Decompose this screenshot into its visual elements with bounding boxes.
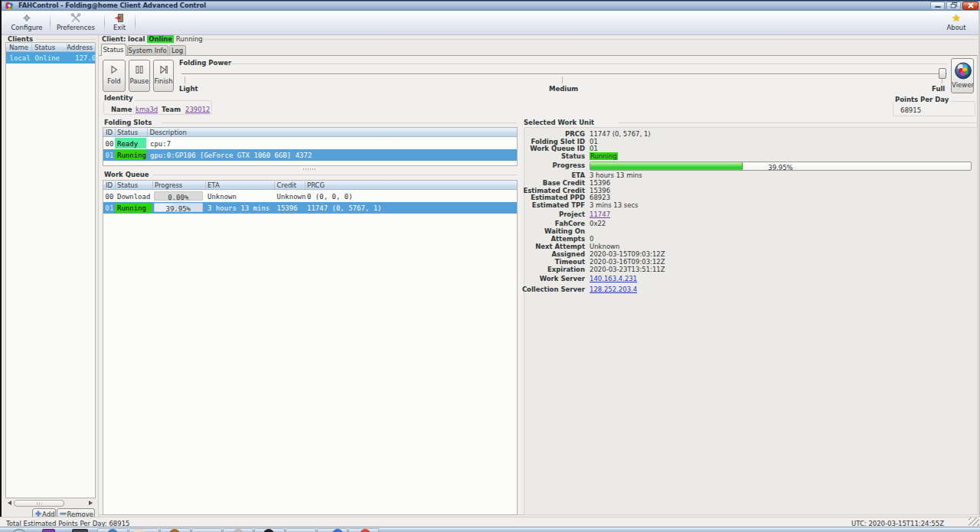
folding-power-slider-track[interactable]: [181, 73, 947, 75]
queue-row-00[interactable]: 00 Download 0.00% Unknown Unknown 0 (0, …: [103, 190, 517, 202]
minimize-button[interactable]: [930, 2, 945, 10]
preferences-icon: [71, 13, 81, 23]
identity-team-label: Team: [162, 106, 181, 113]
identity-name-link[interactable]: kma3d: [136, 106, 158, 113]
finish-label: Finish: [154, 77, 173, 85]
fold-label: Fold: [103, 77, 125, 85]
close-button[interactable]: [962, 2, 978, 10]
folding-power-slider-handle[interactable]: [939, 68, 946, 79]
clients-table-header: Name Status Address: [6, 43, 95, 52]
queue-prcg-cell: 0 (0, 0, 0): [307, 193, 353, 201]
toolbar: Configure Preferences Exit ★ About: [0, 11, 980, 35]
slot-row-00[interactable]: 00 Ready cpu:7: [103, 137, 517, 149]
pause-button[interactable]: Pause: [129, 60, 150, 92]
wq-col-prcg[interactable]: PRCG: [307, 181, 325, 189]
taskbar-icon[interactable]: [134, 529, 145, 532]
ppd-title: Points Per Day: [893, 96, 950, 103]
title-bar[interactable]: FAHControl - Folding@home Client Advance…: [0, 0, 980, 11]
viewer-icon: [955, 62, 972, 80]
mark-full[interactable]: Full: [932, 85, 945, 93]
column-separator: [152, 181, 153, 189]
swu-project-link[interactable]: 11747: [590, 211, 610, 218]
swu-status-badge: Running: [590, 152, 618, 160]
pause-label: Pause: [129, 77, 149, 85]
column-separator: [147, 129, 148, 136]
about-button[interactable]: ★ About: [937, 11, 975, 34]
finish-button[interactable]: Finish: [153, 60, 174, 92]
taskbar-icon[interactable]: [72, 529, 88, 532]
slot-row-01[interactable]: 01 Running gpu:0:GP106 [GeForce GTX 1060…: [103, 149, 517, 162]
client-row-local[interactable]: local Online 127.0.0.1: [6, 52, 95, 64]
pane-splitter-handle[interactable]: [303, 168, 316, 170]
swu-label: Work Server: [540, 275, 585, 282]
queue-row-01[interactable]: 01 Running 39.95% 3 hours 13 mins 15396 …: [103, 202, 517, 214]
clients-col-address[interactable]: Address: [67, 44, 93, 51]
mark-light[interactable]: Light: [179, 85, 198, 93]
swu-value: 01: [590, 138, 598, 145]
resize-grip[interactable]: [969, 517, 979, 526]
column-separator: [274, 181, 275, 189]
slot-status-badge: Running: [115, 150, 146, 161]
scroll-left-arrow[interactable]: [8, 501, 11, 505]
mark-medium[interactable]: Medium: [549, 85, 578, 93]
wq-col-progress[interactable]: Progress: [155, 181, 182, 189]
swu-row-expiration: Expiration 2020-03-23T13:51:11Z: [524, 266, 977, 273]
toolbar-separator: [104, 14, 105, 32]
about-label: About: [937, 24, 975, 31]
tab-status[interactable]: Status: [101, 44, 126, 56]
fs-col-description[interactable]: Description: [150, 129, 187, 136]
client-frame-line: [202, 39, 977, 40]
swu-row-waiting-on: Waiting On: [524, 227, 977, 235]
column-separator: [205, 181, 206, 189]
swu-value: 0x22: [590, 220, 606, 227]
configure-button[interactable]: Configure: [6, 11, 47, 34]
exit-button[interactable]: Exit: [107, 11, 132, 34]
scrollbar-thumb[interactable]: [14, 500, 64, 507]
taskbar-button[interactable]: [286, 528, 316, 532]
swu-row-work-server: Work Server 140.163.4.231: [524, 275, 977, 282]
taskbar-icon[interactable]: [11, 529, 28, 532]
tab-system-info[interactable]: System Info: [127, 45, 168, 56]
tab-log[interactable]: Log: [169, 45, 186, 56]
swu-collection-server-link[interactable]: 128.252.203.4: [590, 286, 637, 293]
fs-col-id[interactable]: ID: [106, 129, 113, 136]
folding-power-frame-line: [229, 64, 948, 64]
taskbar-button[interactable]: [191, 528, 222, 532]
clients-col-name[interactable]: Name: [9, 44, 28, 51]
swu-row-collection-server: Collection Server 128.252.203.4: [524, 286, 977, 293]
fold-button[interactable]: Fold: [103, 60, 126, 92]
swu-label: Progress: [553, 162, 585, 169]
swu-row-estimated-ppd: Estimated PPD 68923: [524, 194, 977, 201]
swu-label: ETA: [571, 171, 585, 179]
work-queue-title: Work Queue: [104, 171, 149, 178]
viewer-button[interactable]: Viewer: [951, 58, 974, 93]
taskbar-icon[interactable]: [42, 529, 55, 532]
desktop-taskbar[interactable]: [0, 527, 980, 532]
queue-credit-cell: 15396: [277, 204, 298, 212]
queue-eta-cell: 3 hours 13 mins: [207, 204, 270, 212]
slider-tick-light: [185, 77, 185, 83]
swu-label: FahCore: [555, 220, 585, 227]
swu-progress-text: 39.95%: [590, 164, 971, 171]
app-icon: [5, 2, 14, 11]
fs-col-status[interactable]: Status: [117, 129, 138, 136]
viewer-label: Viewer: [952, 81, 973, 89]
preferences-button[interactable]: Preferences: [54, 11, 98, 34]
clients-col-status[interactable]: Status: [34, 44, 55, 51]
column-separator: [67, 44, 67, 51]
swu-row-attempts: Attempts 0: [524, 235, 977, 243]
scroll-right-arrow[interactable]: [89, 501, 93, 505]
wq-col-credit[interactable]: Credit: [277, 181, 297, 189]
swu-work-server-link[interactable]: 140.163.4.231: [590, 275, 637, 282]
configure-label: Configure: [6, 24, 47, 31]
slider-tick-medium: [562, 77, 563, 83]
maximize-button[interactable]: [946, 2, 961, 10]
folding-power-title: Folding Power: [179, 59, 231, 67]
identity-team-link[interactable]: 239012: [185, 106, 210, 113]
wq-col-id[interactable]: ID: [106, 181, 113, 189]
client-summary: Client: local Online Running: [102, 35, 203, 44]
slot-status-badge: Ready: [115, 138, 146, 149]
wq-col-eta[interactable]: ETA: [207, 181, 220, 189]
queue-progress-bar: 0.00%: [154, 191, 204, 201]
wq-col-status[interactable]: Status: [117, 181, 138, 189]
